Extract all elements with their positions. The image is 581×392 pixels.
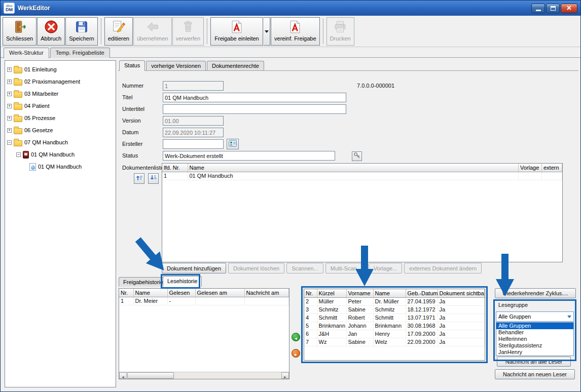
- editieren-button[interactable]: editieren: [104, 17, 133, 46]
- expand-icon[interactable]: [7, 116, 12, 121]
- scroll-right-button[interactable]: [281, 372, 289, 379]
- move-reader-left-button[interactable]: [292, 333, 300, 341]
- titel-input[interactable]: [163, 93, 346, 102]
- status-action-button[interactable]: [352, 151, 362, 161]
- maximize-button[interactable]: [546, 4, 560, 13]
- column-header[interactable]: Kürzel: [317, 289, 346, 297]
- lesegruppe-option-janhenry[interactable]: JanHenry: [496, 349, 573, 356]
- expand-icon[interactable]: [7, 104, 12, 108]
- expand-icon[interactable]: [7, 128, 12, 133]
- tab-status[interactable]: Status: [119, 60, 145, 71]
- column-header[interactable]: Nr.: [119, 289, 133, 297]
- nummer-input[interactable]: [163, 81, 224, 91]
- tree-item-03-mitarbeiter[interactable]: 03 Mitarbeiter: [5, 88, 116, 100]
- column-header[interactable]: extern: [542, 164, 562, 172]
- drucken-button[interactable]: Drucken: [326, 17, 354, 46]
- tab-vorherige-versionen[interactable]: vorherige Versionen: [146, 61, 206, 70]
- column-header[interactable]: Vorname: [346, 289, 373, 297]
- column-header[interactable]: Name: [188, 164, 519, 172]
- column-header[interactable]: Nachricht am: [244, 289, 289, 297]
- tree-item-01-einleitung[interactable]: 01 Einleitung: [5, 63, 116, 75]
- scroll-left-button[interactable]: [119, 372, 127, 379]
- printer-icon: [333, 19, 348, 35]
- datum-input[interactable]: [163, 128, 224, 137]
- expand-icon[interactable]: [7, 92, 12, 96]
- tree-item-02-praxismanagement[interactable]: 02 Praxismanagement: [5, 75, 116, 88]
- tab-freigabehistorie[interactable]: Freigabehistorie: [119, 277, 168, 287]
- tree-item-04-patient[interactable]: 04 Patient: [5, 100, 116, 112]
- version-input[interactable]: [163, 116, 224, 126]
- lesegruppe-dropdown[interactable]: Alle Gruppen: [496, 311, 574, 322]
- tree-item-05-prozesse[interactable]: 05 Prozesse: [5, 112, 116, 124]
- column-header[interactable]: Gelesen: [167, 289, 195, 297]
- external-document-button[interactable]: externes Dokument ändern: [404, 263, 482, 273]
- key-icon: [353, 152, 360, 161]
- add-document-button[interactable]: Dokument hinzufügen: [162, 263, 226, 273]
- tab-dokumentenrechte[interactable]: Dokumentenrechte: [207, 61, 264, 70]
- column-header[interactable]: Name: [373, 289, 406, 297]
- freigabe-dropdown-arrow[interactable]: [264, 17, 270, 46]
- column-header[interactable]: Geb.-Datum: [406, 289, 438, 297]
- table-row[interactable]: 1 Dr. Meier -: [119, 297, 289, 305]
- column-header[interactable]: Gelesen am: [195, 289, 244, 297]
- horizontal-scrollbar[interactable]: [119, 372, 289, 379]
- minimize-icon: [536, 10, 541, 11]
- column-header[interactable]: lfd. Nr.: [162, 164, 188, 172]
- move-down-button[interactable]: [148, 173, 159, 184]
- ersteller-picker-button[interactable]: [227, 139, 239, 149]
- verwerfen-button[interactable]: verwerfen: [172, 17, 204, 46]
- multi-scan-button[interactable]: Multi-Scan...: [325, 263, 367, 273]
- tree-item-06-gesetze[interactable]: 06 Gesetze: [5, 124, 116, 136]
- tree-item-qm-handbuch-werk[interactable]: 01 QM Handbuch: [5, 148, 116, 161]
- delete-document-button[interactable]: Dokument löschen: [228, 263, 284, 273]
- nachricht-neuen-leser-button[interactable]: Nachricht an neuen Leser: [495, 369, 575, 379]
- collapse-icon[interactable]: [16, 152, 21, 157]
- expand-icon[interactable]: [7, 67, 12, 72]
- document-actions: Dokument hinzufügen Dokument löschen Sca…: [162, 263, 482, 273]
- lesegruppe-option-helferinnen[interactable]: Helferinnen: [496, 336, 573, 342]
- abbruch-button[interactable]: Abbruch: [37, 17, 65, 46]
- tree-item-qm-handbuch-dokument[interactable]: 01 QM Handbuch: [5, 161, 116, 173]
- collapse-icon[interactable]: [7, 140, 12, 145]
- vereinf-freigabe-button[interactable]: vereinf. Freigabe: [271, 17, 320, 46]
- table-row[interactable]: 4 Schmitt Robert Schmitt 13.07.1971 Ja: [304, 313, 485, 322]
- scrollbar-thumb[interactable]: [127, 372, 174, 379]
- column-header[interactable]: Vorlage: [519, 164, 542, 172]
- tab-lesehistorie[interactable]: Lesehistorie: [163, 276, 202, 287]
- close-button[interactable]: [561, 4, 577, 13]
- scan-button[interactable]: Scannen...: [286, 263, 323, 273]
- nachricht-alle-leser-button[interactable]: Nachricht an alle Leser: [497, 357, 571, 367]
- tab-werk-struktur[interactable]: Werk-Struktur: [4, 48, 49, 58]
- cell: Schmitz: [317, 305, 346, 313]
- expand-icon[interactable]: [7, 80, 12, 84]
- status-input[interactable]: [163, 151, 335, 161]
- scrollbar-track[interactable]: [127, 372, 281, 379]
- table-row[interactable]: 3 Schmitz Sabine Schmitz 18.12.1972 Ja: [304, 305, 485, 313]
- table-row[interactable]: 5 Brinkmann Johann Brinkmann 30.08.1968 …: [304, 322, 485, 330]
- lesegruppe-option-alle-gruppen[interactable]: Alle Gruppen: [496, 323, 573, 329]
- table-row[interactable]: 7 Wz Sabine Welz 22.09.2000 Ja: [304, 338, 485, 346]
- table-row[interactable]: 1 01 QM Handbuch: [162, 172, 562, 180]
- move-reader-right-button[interactable]: [292, 349, 300, 358]
- template-button[interactable]: Vorlage...: [369, 263, 402, 273]
- speichern-button[interactable]: Speichern: [65, 17, 98, 46]
- minimize-button[interactable]: [531, 4, 545, 13]
- column-header[interactable]: Dokument sichtbar?: [438, 289, 485, 297]
- table-row[interactable]: 6 J&H Jan Henry 17.09.2000 Ja: [304, 330, 485, 338]
- toolbar-separator: [207, 18, 208, 44]
- column-header[interactable]: Name: [133, 289, 167, 297]
- tree-item-label: 03 Mitarbeiter: [24, 91, 58, 97]
- lesegruppe-option-sterilgutassistenz[interactable]: Sterilgutassistenz: [496, 342, 573, 349]
- schliessen-button[interactable]: Schliessen: [3, 17, 37, 46]
- ersteller-input[interactable]: [163, 139, 224, 149]
- freigabe-einleiten-button[interactable]: Freigabe einleiten: [210, 17, 263, 46]
- zyklus-button[interactable]: wiederkehrender Zyklus....: [495, 288, 576, 298]
- tree-item-07-qm-handbuch[interactable]: 07 QM Handbuch: [5, 136, 116, 148]
- lesegruppe-option-behandler[interactable]: Behandler: [496, 329, 573, 336]
- uebernehmen-button[interactable]: übernehmen: [133, 17, 172, 46]
- tab-temp-freigabeliste[interactable]: Temp. Freigabeliste: [50, 48, 110, 58]
- move-up-button[interactable]: [134, 173, 144, 184]
- table-row[interactable]: 2 Müller Peter Dr. Müller 27.04.1959 Ja: [304, 297, 485, 305]
- column-header[interactable]: Nr.: [304, 289, 317, 297]
- untertitel-input[interactable]: [163, 104, 346, 114]
